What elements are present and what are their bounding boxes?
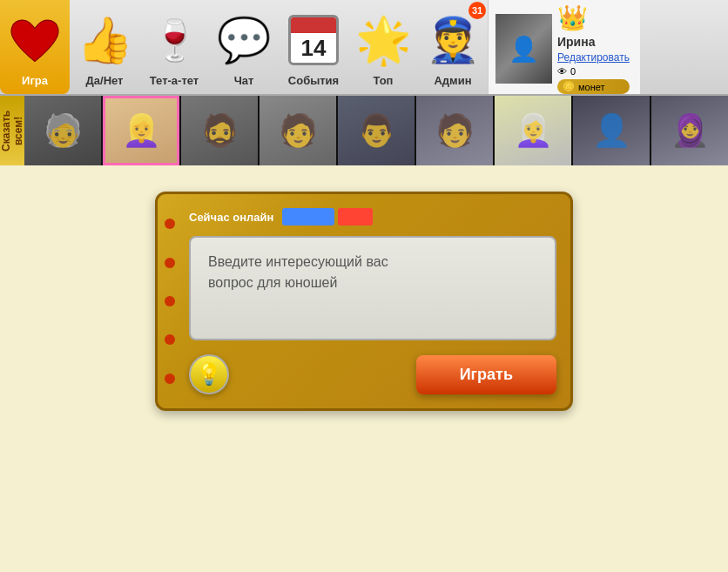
profile-row: 👤 👑 Ирина Редактировать 👁 0 🪙 монет	[495, 3, 633, 94]
photo-carousel: Сказать всем! 🧓 👱‍♀️ 🧔 🧑 👨 🧑 👩‍🦳 👤 🧕	[0, 96, 728, 165]
crown-icon: 👑	[557, 3, 630, 32]
game-actions: 💡 Играть	[189, 354, 556, 394]
carousel-item[interactable]: 🧑	[416, 96, 493, 165]
admin-badge: 31	[468, 2, 486, 19]
thumbs-icon-wrap: 👍	[74, 10, 135, 71]
carousel-item[interactable]: 🧑	[260, 96, 336, 165]
calendar-icon-wrap: 14	[283, 10, 344, 71]
nav-label-top: Топ	[374, 74, 394, 87]
carousel-item[interactable]: 🧕	[651, 96, 728, 165]
carousel-item[interactable]: 👨	[338, 96, 415, 165]
online-section: Сейчас онлайн	[189, 208, 556, 225]
nav-item-chat[interactable]: 💬 Чат	[209, 0, 279, 94]
online-label: Сейчас онлайн	[189, 211, 273, 224]
profile-edit-link[interactable]: Редактировать	[557, 51, 630, 64]
chat-bubble-icon: 💬	[217, 15, 271, 65]
nav-item-admin[interactable]: 👮 Админ 31	[418, 0, 488, 94]
thumbs-down-icon: 👍	[77, 14, 133, 67]
profile-area: 👤 👑 Ирина Редактировать 👁 0 🪙 монет	[488, 0, 640, 94]
carousel-photo-5: 👨	[338, 96, 415, 165]
carousel-photo-9: 🧕	[651, 96, 728, 165]
nav-label-igra: Игра	[22, 74, 48, 87]
coins-row: 🪙 монет	[557, 79, 630, 94]
wine-icon-wrap: 🍷	[144, 10, 205, 71]
profile-photo-image: 👤	[495, 14, 552, 84]
online-bar	[282, 208, 373, 225]
profile-info: 👑 Ирина Редактировать 👁 0 🪙 монет	[557, 3, 630, 94]
nav-item-igra[interactable]: Игра	[0, 0, 70, 94]
carousel-photo-1: 🧓	[24, 96, 101, 165]
question-placeholder-text: Введите интересующий васвопрос для юноше…	[208, 254, 388, 290]
carousel-item[interactable]: 🧓	[24, 96, 101, 165]
profile-name: Ирина	[557, 35, 630, 49]
lightbulb-icon: 💡	[196, 362, 222, 387]
carousel-item[interactable]: 👩‍🦳	[495, 96, 571, 165]
bar-blue	[282, 208, 334, 225]
top-navigation: Игра 👍 Да/Нет 🍷 Тет-а-тет 💬 Чат 14 Событ…	[0, 0, 728, 96]
game-card: Сейчас онлайн Введите интересующий васво…	[155, 192, 573, 411]
nav-item-events[interactable]: 14 События	[279, 0, 348, 94]
play-button[interactable]: Играть	[416, 355, 556, 394]
nav-label-chat: Чат	[234, 74, 254, 87]
eyes-count: 0	[570, 66, 576, 77]
card-dot	[165, 219, 175, 229]
profile-photo: 👤	[495, 14, 552, 84]
question-area: Введите интересующий васвопрос для юноше…	[189, 236, 556, 340]
card-dot	[165, 334, 175, 345]
admin-icon: 👮	[426, 15, 480, 65]
carousel-photo-3: 🧔	[181, 96, 258, 165]
calendar-icon: 14	[288, 15, 339, 65]
nav-label-admin: Админ	[434, 74, 471, 87]
heart-icon	[9, 17, 61, 64]
carousel-photo-8: 👤	[573, 96, 650, 165]
nav-item-danet[interactable]: 👍 Да/Нет	[70, 0, 139, 94]
chat-icon-wrap: 💬	[213, 10, 274, 71]
card-dot	[165, 258, 175, 268]
eyes-icon: 👁	[557, 66, 567, 77]
carousel-photo-2: 👱‍♀️	[105, 98, 177, 163]
bar-red	[338, 208, 373, 225]
wine-icon: 🍷	[150, 17, 199, 64]
card-dots	[165, 194, 175, 408]
heart-icon-wrap	[4, 10, 65, 71]
nav-item-top[interactable]: 🌟 Топ	[348, 0, 418, 94]
nav-label-events: События	[288, 74, 339, 87]
coins-label: монет	[578, 82, 605, 92]
carousel-photo-6: 🧑	[416, 96, 493, 165]
nav-label-tetatет: Тет-а-тет	[150, 74, 199, 87]
card-dot	[165, 373, 175, 384]
star-icon: 🌟	[355, 14, 412, 67]
main-content: Сейчас онлайн Введите интересующий васво…	[0, 165, 728, 566]
carousel-item[interactable]: 👱‍♀️	[103, 96, 179, 165]
carousel-item[interactable]: 👤	[573, 96, 650, 165]
card-dot	[165, 296, 175, 306]
eyes-row: 👁 0	[557, 66, 630, 77]
carousel-track: 🧓 👱‍♀️ 🧔 🧑 👨 🧑 👩‍🦳 👤 🧕	[24, 96, 728, 165]
lightbulb-button[interactable]: 💡	[189, 354, 229, 394]
nav-item-tetatет[interactable]: 🍷 Тет-а-тет	[139, 0, 209, 94]
coin-icon: 🪙	[563, 81, 575, 92]
top-icon-wrap: 🌟	[353, 10, 414, 71]
say-all-button[interactable]: Сказать всем!	[0, 96, 24, 165]
carousel-photo-4: 🧑	[260, 96, 336, 165]
carousel-item[interactable]: 🧔	[181, 96, 258, 165]
carousel-photo-7: 👩‍🦳	[495, 96, 571, 165]
nav-label-danet: Да/Нет	[86, 74, 124, 87]
